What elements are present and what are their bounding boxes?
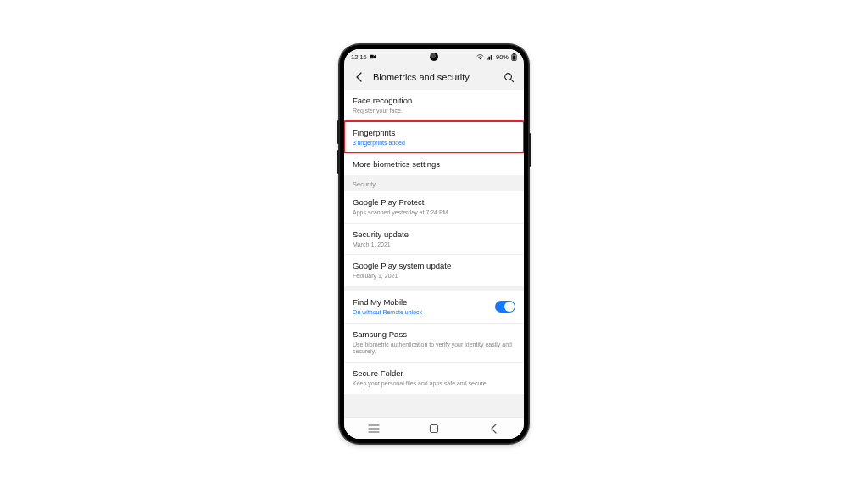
volume-down-button [337,150,339,174]
svg-point-1 [480,58,481,59]
row-sub: 3 fingerprints added [353,140,515,147]
group-services: Find My Mobile On without Remote unlock … [344,291,524,394]
nav-home[interactable] [417,424,451,434]
back-icon [490,424,498,434]
row-label: Secure Folder [353,369,515,379]
search-button[interactable] [502,70,515,84]
search-icon [504,72,515,83]
app-header: Biometrics and security [344,64,524,90]
row-label: Google Play system update [353,261,515,271]
home-icon [429,424,439,434]
svg-rect-4 [491,55,492,60]
video-indicator-icon [370,54,376,59]
row-face-recognition[interactable]: Face recognition Register your face. [344,90,524,121]
section-security-label: Security [344,175,524,191]
nav-recents[interactable] [357,424,391,433]
svg-rect-3 [488,56,490,59]
battery-percent: 90% [496,53,509,61]
chevron-left-icon [354,72,364,82]
front-camera [430,53,438,61]
row-label: Find My Mobile [353,297,488,308]
row-sub: Apps scanned yesterday at 7:24 PM [353,209,515,217]
page-title: Biometrics and security [373,72,495,82]
status-time: 12:16 [351,53,367,61]
recents-icon [368,424,380,433]
signal-icon [487,54,493,60]
wifi-icon [476,54,484,60]
svg-rect-2 [487,58,488,59]
settings-content: Face recognition Register your face. Fin… [344,90,524,417]
row-find-my-mobile[interactable]: Find My Mobile On without Remote unlock [344,291,524,323]
row-label: Security update [353,230,515,240]
row-more-biometrics[interactable]: More biometrics settings [344,152,524,175]
row-security-update[interactable]: Security update March 1, 2021 [344,223,524,255]
power-button [529,133,531,167]
phone-frame: 12:16 90% Biometrics and security [339,44,529,444]
back-button[interactable] [353,70,366,84]
row-label: Samsung Pass [353,330,515,340]
row-label: More biometrics settings [353,159,515,169]
svg-rect-13 [430,424,437,432]
find-my-mobile-toggle[interactable] [495,301,515,313]
row-label: Fingerprints [353,128,515,138]
row-sub: Use biometric authentication to verify y… [353,341,515,357]
row-sub: On without Remote unlock [353,309,488,317]
system-nav-bar [344,417,524,439]
volume-up-button [337,120,339,144]
group-biometrics: Face recognition Register your face. Fin… [344,90,524,175]
svg-line-9 [510,79,513,81]
group-security: Google Play Protect Apps scanned yesterd… [344,191,524,286]
row-secure-folder[interactable]: Secure Folder Keep your personal files a… [344,362,524,394]
battery-icon [511,53,517,61]
row-fingerprints[interactable]: Fingerprints 3 fingerprints added [344,121,524,153]
row-google-play-system-update[interactable]: Google Play system update February 1, 20… [344,254,524,286]
svg-rect-7 [513,55,516,59]
row-google-play-protect[interactable]: Google Play Protect Apps scanned yesterd… [344,191,524,223]
row-samsung-pass[interactable]: Samsung Pass Use biometric authenticatio… [344,323,524,362]
row-sub: Register your face. [353,108,515,115]
svg-rect-0 [370,55,374,59]
nav-back[interactable] [477,424,511,434]
row-sub: Keep your personal files and apps safe a… [353,380,515,388]
row-label: Google Play Protect [353,197,515,208]
row-sub: March 1, 2021 [353,241,515,249]
screen: 12:16 90% Biometrics and security [344,49,524,439]
row-sub: February 1, 2021 [353,273,515,280]
row-label: Face recognition [353,96,515,106]
